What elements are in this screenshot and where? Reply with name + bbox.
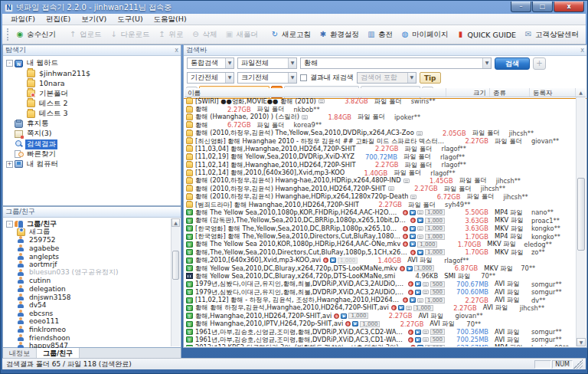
period-select[interactable]: 기간전체▼ — [187, 72, 234, 84]
preview-play-icon[interactable]: ▶ — [398, 305, 404, 310]
menu-file[interactable]: 파일(F) — [5, 14, 41, 25]
preview-play-icon[interactable]: ▶ — [410, 210, 416, 215]
title-bar[interactable]: N 넷파일 접속기 2.2.0 - jinhwan211님 접속중 – □ x — [1, 1, 587, 14]
file-row[interactable]: 황해6.72GB파일 폴더korea9** — [185, 121, 576, 129]
column-type[interactable]: 종류 — [490, 88, 530, 97]
comment-icon[interactable] — [410, 195, 416, 199]
file-row[interactable]: 동2013년12 KBS2 다큐멘터리 3일, (방황해도 괜찮아 - 신흥 대… — [185, 344, 576, 346]
column-name[interactable]: 이름 — [185, 88, 446, 97]
file-row[interactable]: 황해 (2010,하정우,김윤석) Hwanghae,HDRip,x264,12… — [185, 193, 576, 201]
tree-item-테스트 2[interactable]: 테스트 2 — [6, 99, 179, 109]
resize-grip[interactable] — [573, 359, 583, 369]
file-row[interactable]: 황해2.27GB파일 폴더nkbob** — [185, 105, 576, 113]
preview-play-icon[interactable]: ▶ — [330, 258, 336, 263]
comment-icon[interactable] — [423, 330, 429, 334]
comment-icon[interactable] — [416, 131, 423, 136]
file-row[interactable]: 황해 (2010,하정우,김윤석) Hwanghae,2010,HD264,72… — [185, 185, 576, 192]
list-scroll-thumb[interactable] — [577, 178, 585, 251]
file-row[interactable]: 황해 Yellow Sea,2010,DC,Bluray,x264,720p,D… — [185, 272, 576, 280]
toolbar-button-mypage[interactable]: ◍마이페이지 — [397, 28, 453, 41]
toolbar-grip[interactable] — [7, 28, 8, 41]
tree-item-쪽지(3)[interactable]: 쪽지(3) — [6, 129, 179, 139]
comment-icon[interactable] — [423, 337, 429, 342]
scroll-up-icon[interactable]: ▲ — [172, 218, 180, 227]
preview-play-icon[interactable]: ▶ — [415, 337, 421, 343]
file-row[interactable]: 동[한국영화] 황해 The,Yellow,Sea,2010,DC,BRRip,… — [185, 225, 576, 232]
match-select[interactable]: 검색어 포함▼ — [357, 72, 416, 84]
group-member[interactable]: delegation — [6, 285, 169, 294]
file-row[interactable]: 동1979년,심봤다,이대근,유지인,황해,최불,DVDRiP,XViD,AC3… — [185, 280, 576, 288]
file-row[interactable]: 동[한국영화] 황해 The,Yellow,Sea,2010,Directors… — [185, 232, 576, 240]
column-owner[interactable]: 등록자 — [530, 88, 576, 97]
bottom-tab-그룹/친구[interactable]: 그룹/친구 — [37, 348, 80, 359]
groups-scrollbar[interactable]: ▲ — [171, 218, 180, 346]
comment-icon[interactable] — [417, 210, 423, 215]
file-row[interactable]: 동1961년,마부,김승호,신영균,조미령,황해,DVDRiP,XViD,AC3… — [185, 328, 576, 336]
file-row[interactable]: 황해 (2010,하정우,김윤석) Hwang-hae,2010,HDRip,x… — [185, 177, 576, 185]
comment-icon[interactable] — [417, 226, 423, 231]
tree-expander-icon[interactable]: - — [6, 60, 13, 67]
add-search-button[interactable]: + — [533, 57, 546, 70]
menu-tools[interactable]: 도구(U) — [112, 14, 148, 25]
comment-icon[interactable] — [406, 306, 412, 310]
column-size[interactable]: 크기 — [446, 88, 490, 97]
tree-item-내 컴퓨터[interactable]: +내 컴퓨터 — [6, 159, 179, 169]
preview-play-icon[interactable]: ▶ — [352, 321, 358, 326]
file-row[interactable]: [11,02,14] 황해,2010,[640x360],Xvid,mp3-KO… — [185, 169, 576, 176]
searchbar-close-icon[interactable]: x — [580, 47, 584, 54]
preview-play-icon[interactable]: ▶ — [410, 226, 416, 231]
file-row[interactable]: 황해 (Hwanghae, 2010) ) (스릴러)1.84GB파일 폴더ip… — [185, 113, 576, 121]
preview-play-icon[interactable]: ▶ — [417, 345, 423, 346]
toolbar-button-quick-guide[interactable]: ▮QUICK GUIDE — [453, 28, 521, 41]
preview-play-icon[interactable]: ▶ — [410, 297, 416, 303]
search-scope-select[interactable]: 통합검색▼ — [187, 57, 234, 69]
file-row[interactable]: 동황해 The Yellow Sea,2010,1080p,KOR,FHDRip… — [185, 208, 576, 216]
group-member[interactable]: anglepts — [6, 252, 169, 261]
list-scrollbar[interactable]: ▼ — [576, 97, 586, 346]
search-button[interactable]: 검색 — [495, 57, 530, 70]
maximize-button[interactable]: □ — [532, 2, 553, 12]
file-row[interactable]: [11,03,04] 황해,Hwanghae,2010,HD264,720P-S… — [185, 145, 576, 153]
group-member[interactable]: 259752 — [6, 236, 169, 244]
tree-expander-icon[interactable]: + — [6, 161, 13, 168]
tree-item-휴지통[interactable]: 휴지통 — [6, 119, 179, 129]
comment-icon[interactable] — [423, 282, 429, 287]
scroll-down-icon[interactable]: ▼ — [577, 338, 586, 346]
file-row[interactable]: [11,02,19] 황해 Yellow,Sea,2010,DVDRip,Xvi… — [185, 153, 576, 161]
menu-view[interactable]: 보기(V) — [76, 14, 112, 25]
tree-item-검색결과[interactable]: 검색결과 — [6, 139, 179, 149]
toolbar-button-support[interactable]: ✉고객상담센터 — [521, 28, 583, 41]
close-button[interactable]: x — [554, 2, 584, 12]
file-row[interactable]: [최신영화] 황해 Hwanghae 2010 - 하정우 김윤석 ## 고화질… — [185, 137, 576, 145]
comment-icon[interactable] — [388, 186, 394, 191]
bottom-tab-내정보[interactable]: 내정보 — [3, 348, 37, 359]
tree-item-빠른찾기[interactable]: 빠른찾기 — [6, 149, 179, 159]
size-select[interactable]: 크기전체▼ — [237, 72, 297, 84]
comment-icon[interactable] — [417, 235, 423, 239]
tree-item-테스트 3[interactable]: 테스트 3 — [6, 109, 179, 119]
explorer-close-icon[interactable]: x — [175, 47, 178, 54]
toolbar-button-refresh[interactable]: ↻새로고침 — [267, 28, 315, 41]
preview-play-icon[interactable]: ▶ — [415, 290, 421, 295]
file-row[interactable]: 동황해 The Yellow Sea 2010,KOR,1080p,HDRip,… — [185, 241, 576, 248]
preview-play-icon[interactable]: ▶ — [407, 266, 413, 271]
tip-button[interactable]: Tip — [420, 72, 441, 84]
group-member[interactable]: friendshoon — [6, 333, 169, 342]
preview-play-icon[interactable]: ▶ — [415, 281, 421, 287]
file-row[interactable]: 동황해 Hwanghae,2010,IPTV,H264,720p-SHIT,av… — [185, 320, 576, 328]
preview-play-icon[interactable]: ▶ — [410, 234, 416, 239]
comment-icon[interactable] — [403, 179, 410, 183]
search-keyword-input[interactable]: 황해▼ — [300, 57, 492, 69]
file-row[interactable]: 황해 (2010,하정우,김윤석) The,Yellow,Sea,2010,DV… — [185, 130, 576, 137]
group-member[interactable]: ebcsns — [6, 310, 169, 318]
tree-item-기본폴더[interactable]: 기본폴더 — [6, 89, 179, 99]
comment-icon[interactable] — [417, 298, 423, 303]
preview-play-icon[interactable]: ▶ — [417, 250, 423, 255]
scroll-up-icon[interactable]: ▲ — [576, 88, 586, 97]
preview-play-icon[interactable]: ▶ — [417, 218, 423, 223]
groups-scroll-thumb[interactable] — [172, 251, 179, 280]
preview-play-icon[interactable]: ▶ — [410, 241, 416, 247]
file-row[interactable]: 동1979년,심봤다,이대근,유지인,황해,최불,DVDRiP,XViD,AC3… — [185, 288, 576, 296]
group-member[interactable]: dnjswn3158 — [6, 293, 169, 301]
tree-item-내 웹하드[interactable]: -N내 웹하드 — [6, 58, 179, 68]
